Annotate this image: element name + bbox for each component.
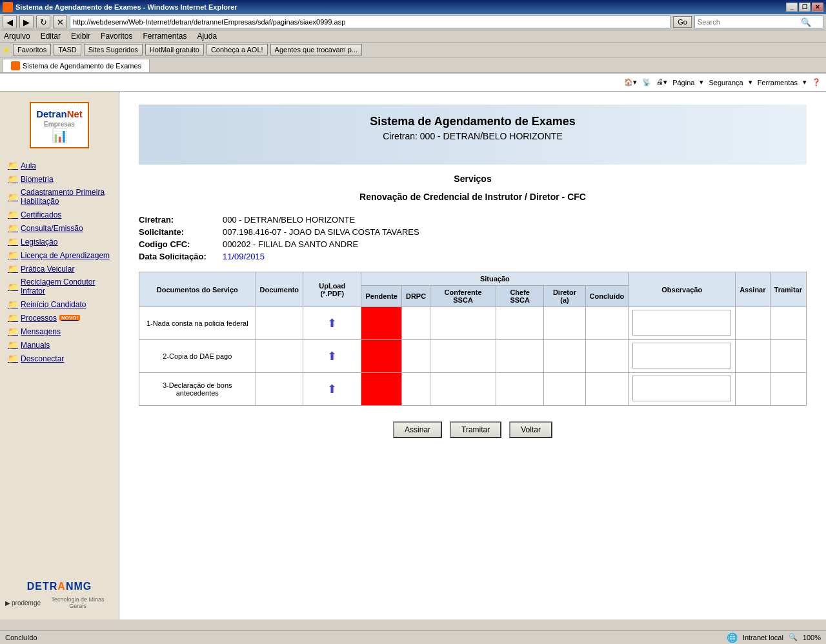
table-row: 2-Copia do DAE pago ⬆: [139, 340, 807, 373]
folder-icon: 📁: [8, 340, 18, 350]
home-icon[interactable]: 🏠▾: [624, 78, 637, 86]
chefe-cell-1: [496, 307, 543, 340]
agentes-button[interactable]: Agentes que trocavam p...: [270, 44, 362, 55]
sidebar-item-licenca[interactable]: 📁 Licença de Aprendizagem: [5, 248, 114, 262]
go-button[interactable]: Go: [673, 16, 692, 28]
minimize-button[interactable]: _: [786, 3, 798, 12]
restore-button[interactable]: ❐: [799, 3, 811, 12]
folder-icon: 📁: [8, 299, 18, 309]
obs-cell-3: [629, 373, 736, 406]
doc-doc-3: [256, 373, 303, 406]
ferramentas-nav-button[interactable]: Ferramentas: [758, 79, 798, 86]
folder-icon: 📁: [8, 161, 18, 170]
sidebar-item-pratica[interactable]: 📁 Prática Veicular: [5, 262, 114, 276]
codigo-cfc-value: 000202 - FILIAL DA SANTO ANDRE: [223, 239, 358, 249]
upload-icon-3[interactable]: ⬆: [327, 383, 337, 396]
menu-arquivo[interactable]: Arquivo: [4, 32, 30, 41]
doc-doc-2: [256, 340, 303, 373]
favorites-toolbar: ★ Favoritos TASD Sites Sugeridos HotMail…: [0, 43, 826, 57]
close-button[interactable]: ✕: [812, 3, 823, 12]
obs-textarea-2[interactable]: [632, 343, 731, 368]
table-row: 3-Declaração de bons antecedentes ⬆: [139, 373, 807, 406]
sidebar-footer: DETRANMG ▶ prodemgeTecnologia de Minas G…: [0, 576, 119, 614]
page-title: Sistema de Agendamento de Exames: [152, 115, 794, 128]
voltar-button[interactable]: Voltar: [509, 421, 552, 438]
back-button[interactable]: ◀: [3, 15, 17, 28]
chefe-cell-2: [496, 340, 543, 373]
folder-icon: 📁: [8, 264, 18, 274]
solicitante-label: Solicitante:: [139, 227, 223, 237]
tramitar-button[interactable]: Tramitar: [450, 421, 501, 438]
doc-doc-1: [256, 307, 303, 340]
folder-icon: 📁: [8, 282, 18, 292]
rss-icon[interactable]: 📡: [642, 78, 651, 86]
tab-main[interactable]: Sistema de Agendamento de Exames: [3, 59, 150, 72]
folder-icon: 📁: [8, 354, 18, 363]
assinar-button[interactable]: Assinar: [393, 421, 442, 438]
sidebar-item-reciclagem[interactable]: 📁 Reciclagem Condutor Infrator: [5, 276, 114, 297]
sidebar-item-aula[interactable]: 📁 Aula: [5, 159, 114, 172]
search-input[interactable]: [698, 18, 801, 26]
upload-icon-2[interactable]: ⬆: [327, 350, 337, 363]
hotmail-button[interactable]: HotMail gratuito: [145, 44, 204, 55]
sidebar-label-aula: Aula: [21, 161, 36, 170]
sidebar-item-desconectar[interactable]: 📁 Desconectar: [5, 352, 114, 365]
menu-exibir[interactable]: Exibir: [71, 32, 90, 41]
solicitante-value: 007.198.416-07 - JOAO DA SILVA COSTA TAV…: [223, 227, 419, 237]
info-ciretran: Ciretran: 000 - DETRAN/BELO HORIZONTE: [139, 215, 807, 225]
help-icon[interactable]: ❓: [812, 78, 821, 86]
logo-area: DetranNet Empresas 📊: [0, 97, 119, 154]
sidebar-item-biometria[interactable]: 📁 Biometria: [5, 172, 114, 186]
service-title: Renovação de Credencial de Instrutor / D…: [139, 192, 807, 202]
sidebar-item-certificados[interactable]: 📁 Certificados: [5, 208, 114, 221]
sidebar-item-consulta[interactable]: 📁 Consulta/Emissão: [5, 221, 114, 235]
upload-icon-1[interactable]: ⬆: [327, 317, 337, 330]
folder-icon: 📁: [8, 237, 18, 247]
menu-favoritos[interactable]: Favoritos: [101, 32, 132, 41]
diretor-cell-3: [544, 373, 585, 406]
stop-button[interactable]: ✕: [53, 15, 67, 28]
sidebar-item-legislacao[interactable]: 📁 Legislação: [5, 235, 114, 248]
refresh-button[interactable]: ↻: [36, 15, 50, 28]
drpc-cell-1: [401, 307, 430, 340]
info-data: Data Solicitação: 11/09/2015: [139, 252, 807, 261]
detrannet-logo: DetranNet Empresas 📊: [30, 102, 89, 148]
menu-ajuda[interactable]: Ajuda: [197, 32, 217, 41]
favorites-star-icon: ★: [3, 45, 10, 55]
print-icon[interactable]: 🖨▾: [656, 78, 667, 86]
sidebar-item-cadastramento[interactable]: 📁 Cadastramento Primeira Habilitação: [5, 186, 114, 208]
obs-textarea-1[interactable]: [632, 310, 731, 336]
sidebar-item-manuais[interactable]: 📁 Manuais: [5, 338, 114, 352]
seguranca-button[interactable]: Segurança: [709, 79, 743, 86]
pagina-button[interactable]: Página: [672, 79, 694, 86]
folder-icon: 📁: [8, 174, 18, 184]
th-tramitar: Tramitar: [770, 272, 806, 307]
conferente-cell-1: [430, 307, 496, 340]
tasd-button[interactable]: TASD: [54, 44, 81, 55]
table-row: 1-Nada consta na policia federal ⬆: [139, 307, 807, 340]
aol-button[interactable]: Conheça a AOL!: [206, 44, 268, 55]
sidebar-nav: 📁 Aula 📁 Biometria 📁 Cadastramento Prime…: [0, 159, 119, 576]
sites-sugeridos-button[interactable]: Sites Sugeridos: [84, 44, 143, 55]
concluido-cell-2: [585, 340, 629, 373]
forward-button[interactable]: ▶: [19, 15, 34, 28]
upload-cell-2: ⬆: [303, 340, 361, 373]
sidebar-label-processos: Processos: [21, 314, 57, 323]
info-codigo-cfc: Codigo CFC: 000202 - FILIAL DA SANTO AND…: [139, 239, 807, 249]
content-area: Sistema de Agendamento de Exames Ciretra…: [119, 92, 826, 619]
folder-icon: 📁: [8, 313, 18, 323]
sidebar-item-processos[interactable]: 📁 Processos NOVO!: [5, 311, 114, 325]
sidebar-label-biometria: Biometria: [21, 175, 54, 184]
menu-ferramentas[interactable]: Ferramentas: [143, 32, 186, 41]
folder-icon: 📁: [8, 223, 18, 233]
address-input[interactable]: [70, 15, 670, 28]
sidebar-item-mensagens[interactable]: 📁 Mensagens: [5, 325, 114, 338]
favorites-button[interactable]: Favoritos: [13, 44, 51, 55]
tramitar-cell-3: [770, 373, 806, 406]
sidebar-item-reinicio[interactable]: 📁 Reinício Candidato: [5, 297, 114, 311]
obs-textarea-3[interactable]: [632, 376, 731, 401]
concluido-cell-3: [585, 373, 629, 406]
menu-editar[interactable]: Editar: [41, 32, 61, 41]
button-area: Assinar Tramitar Voltar: [139, 421, 807, 438]
search-icon[interactable]: 🔍: [801, 17, 811, 27]
